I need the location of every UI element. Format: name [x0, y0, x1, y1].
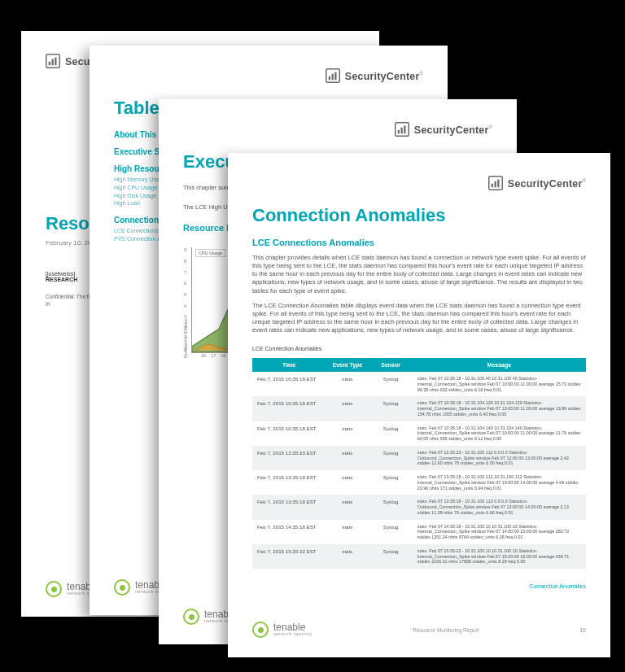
svg-rect-2 [52, 59, 54, 66]
chart-ytick: 0 [184, 347, 186, 352]
table-cell-sensor: Syslog [369, 495, 412, 519]
page-footer: tenable network security Resource Monito… [252, 610, 586, 638]
table-cell-type: stats [326, 544, 369, 569]
chart-xtick: 17 [211, 353, 216, 358]
table-cell-type: stats [326, 372, 369, 396]
svg-rect-3 [55, 58, 56, 66]
chart-ytick: 4 [184, 303, 186, 308]
chart-legend: CPU Usage [195, 249, 225, 257]
table-cell-sensor: Syslog [369, 446, 412, 470]
svg-rect-14 [494, 181, 496, 188]
anomalies-para-2: The LCE Connection Anomalies table displ… [252, 302, 586, 335]
table-row: Feb 7, 2015 10:35:18 ESTstatsSyslogstats… [252, 396, 586, 421]
chart-ytick: 3 [184, 314, 186, 319]
anomalies-para-1: This chapter provides details when LCE s… [252, 254, 586, 295]
chart-ytick: 8 [184, 259, 186, 264]
footer-section-link: Connection Anomalies [529, 583, 586, 589]
table-cell-msg: stats: Feb 07 10:35:18 - 10.31.100.40 10… [413, 372, 586, 396]
svg-rect-1 [49, 62, 50, 66]
table-cell-sensor: Syslog [369, 520, 412, 544]
table-cell-time: Feb 7, 2015 13:35:18 EST [252, 470, 326, 495]
svg-rect-6 [331, 74, 333, 81]
svg-rect-11 [404, 126, 405, 134]
svg-rect-5 [329, 76, 330, 81]
svg-rect-9 [398, 130, 400, 134]
footer-center: Resource Monitoring Report [413, 627, 479, 633]
table-cell-sensor: Syslog [369, 470, 412, 495]
chart-ytick: 5 [184, 292, 186, 297]
table-cell-time: Feb 7, 2015 13:35:18 EST [252, 495, 326, 519]
table-cell-sensor: Syslog [369, 372, 412, 396]
table-cell-type: stats [326, 495, 369, 519]
svg-rect-7 [334, 72, 336, 81]
report-page-connection-anomalies: SecurityCenter® Connection Anomalies LCE… [228, 153, 610, 657]
bar-chart-icon [395, 122, 409, 137]
tenable-logo: tenable network security [252, 622, 312, 638]
table-header-cell: Time [252, 358, 326, 372]
anomalies-subtitle: LCE Connections Anomalies [252, 238, 586, 247]
table-cell-msg: stats: Feb 07 13:35:18 - 10.31.100.112 0… [413, 495, 586, 519]
table-row: Feb 7, 2015 12:35:23 ESTstatsSyslogstats… [252, 446, 586, 470]
table-cell-type: stats [326, 421, 369, 446]
table-cell-time: Feb 7, 2015 10:35:18 EST [252, 421, 326, 446]
tenable-ring-icon [183, 609, 199, 625]
table-row: Feb 7, 2015 13:35:18 ESTstatsSyslogstats… [252, 470, 586, 495]
tenable-ring-icon [46, 581, 62, 597]
bar-chart-icon [326, 68, 340, 83]
table-cell-time: Feb 7, 2015 10:35:18 EST [252, 396, 326, 421]
chart-ytick: 9 [184, 247, 186, 252]
table-cell-type: stats [326, 446, 369, 470]
securitycenter-logo: SecurityCenter® [395, 122, 492, 137]
table-header-cell: Event Type [326, 358, 369, 372]
securitycenter-logo: SecurityCenter® [326, 68, 423, 83]
table-cell-msg: stats: Feb 07 13:35:18 - 10.31.100.112 1… [413, 470, 586, 495]
page-header: SecurityCenter® [252, 176, 586, 190]
table-cell-time: Feb 7, 2015 15:35:22 EST [252, 544, 326, 569]
tenable-ring-icon [114, 579, 130, 596]
table-row: Feb 7, 2015 10:35:18 ESTstatsSyslogstats… [252, 421, 586, 446]
table-cell-type: stats [326, 396, 369, 421]
table-cell-msg: stats: Feb 07 10:35:18 - 10.31.104.129 1… [413, 396, 586, 421]
table-cell-sensor: Syslog [369, 421, 412, 446]
table-cell-type: stats [326, 520, 369, 544]
chart-ytick: 6 [184, 281, 186, 286]
footer-page-number: 10 [579, 627, 586, 633]
tenable-ring-icon [252, 622, 269, 638]
table-body: Feb 7, 2015 10:35:18 ESTstatsSyslogstats… [252, 372, 586, 569]
anomalies-table: TimeEvent TypeSensorMessage Feb 7, 2015 … [252, 358, 586, 569]
svg-rect-10 [400, 128, 402, 134]
anomalies-title: Connection Anomalies [252, 205, 586, 226]
table-cell-sensor: Syslog [369, 544, 412, 569]
securitycenter-logo: SecurityCenter® [488, 176, 586, 190]
table-header-cell: Message [413, 358, 586, 372]
page-header: SecurityCenter® [114, 68, 423, 83]
chart-xtick: 16 [201, 353, 206, 358]
bar-chart-icon [488, 176, 503, 190]
chart-ytick: 2 [184, 325, 186, 330]
page-header: SecurityCenter® [183, 122, 492, 137]
table-row: Feb 7, 2015 14:35:18 ESTstatsSyslogstats… [252, 520, 586, 544]
chart-xtick: 18 [221, 353, 225, 358]
chart-ytick: 7 [184, 270, 186, 275]
table-row: Feb 7, 2015 15:35:22 ESTstatsSyslogstats… [252, 544, 586, 569]
bar-chart-icon [46, 54, 60, 68]
table-cell-msg: stats: Feb 07 10:35:18 - 10.31.104.140 1… [413, 421, 586, 446]
table-cell-msg: stats: Feb 07 12:35:23 - 10.31.100.112 0… [413, 446, 586, 470]
table-cell-type: stats [326, 470, 369, 495]
table-cell-msg: stats: Feb 07 15:35:22 - 10.31.100.10 10… [413, 544, 586, 569]
table-row: Feb 7, 2015 10:35:18 ESTstatsSyslogstats… [252, 372, 586, 396]
svg-rect-13 [492, 184, 493, 188]
table-caption: LCE Connection Anomalies [252, 346, 586, 351]
table-header-cell: Sensor [369, 358, 412, 372]
table-cell-time: Feb 7, 2015 10:35:18 EST [252, 372, 326, 396]
chart-ytick: 1 [184, 337, 186, 342]
table-header-row: TimeEvent TypeSensorMessage [252, 358, 586, 372]
table-cell-sensor: Syslog [369, 396, 412, 421]
svg-rect-15 [497, 180, 499, 188]
table-cell-time: Feb 7, 2015 14:35:18 EST [252, 520, 326, 544]
table-row: Feb 7, 2015 13:35:18 ESTstatsSyslogstats… [252, 495, 586, 519]
table-cell-msg: stats: Feb 07 14:35:18 - 10.31.100.10 10… [413, 520, 586, 544]
table-cell-time: Feb 7, 2015 12:35:23 EST [252, 446, 326, 470]
chart-yticks: 9876543210 [184, 247, 186, 352]
